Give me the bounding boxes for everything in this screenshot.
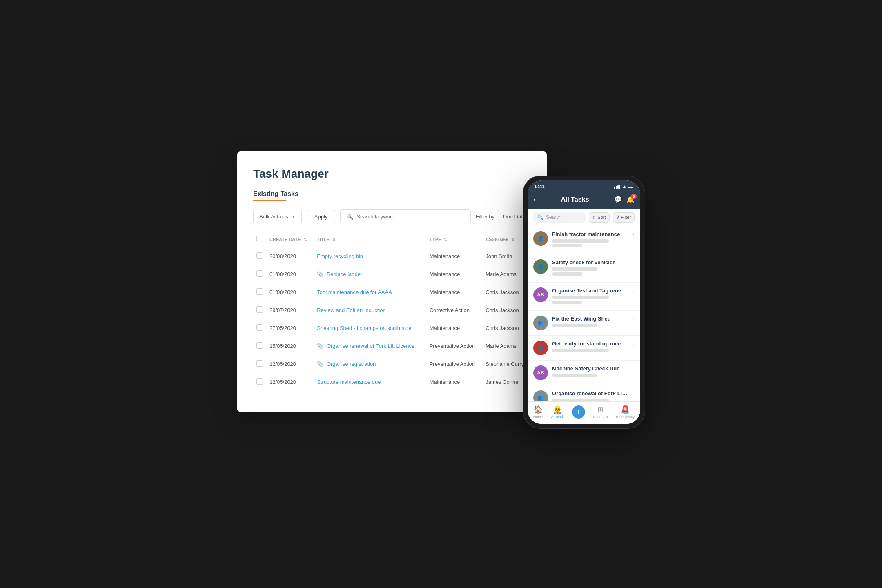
search-input[interactable] xyxy=(356,214,465,220)
priority-icon-2: ↑ xyxy=(632,288,635,295)
nav-icon-4: 🚨 xyxy=(621,405,630,414)
phone-search-placeholder: Search xyxy=(546,214,561,220)
task-avatar-3: 👥 xyxy=(533,316,548,330)
row-checkbox-1[interactable] xyxy=(256,270,263,277)
nav-item-home[interactable]: 🏠 Home xyxy=(533,405,543,419)
header-icons: 💬 🔔 3 xyxy=(614,196,635,203)
priority-icon-4: ↕ xyxy=(632,341,635,348)
cell-title-1[interactable]: 📎 Replace ladder xyxy=(314,265,426,283)
row-checkbox-4[interactable] xyxy=(256,324,263,331)
filter-label: Filter xyxy=(621,215,631,220)
task-content-1: Safety check for vehicles xyxy=(552,259,628,277)
row-checkbox-3[interactable] xyxy=(256,306,263,313)
cell-title-2[interactable]: Tool maintenance due for AAAA xyxy=(314,283,426,301)
mobile-task-item[interactable]: 👤 Finish tractor maintenance ↑ xyxy=(528,226,640,254)
nav-label-0: Home xyxy=(533,415,543,419)
phone-search-bar: 🔍 Search ⇅ Sort ⊼ Filter xyxy=(528,209,640,226)
table-row: 12/05/2020 📎 Organise registration Preve… xyxy=(253,355,531,373)
task-content-6: Organise renewal of Fork Lift Licence fo… xyxy=(552,390,628,401)
nav-icon-3: ⊞ xyxy=(597,405,604,414)
row-checkbox-5[interactable] xyxy=(256,342,263,349)
priority-icon-1: ↑ xyxy=(632,260,635,267)
table-row: 12/05/2020 Structure maintenance due Mai… xyxy=(253,373,531,391)
phone-search-input[interactable]: 🔍 Search xyxy=(533,212,586,223)
mobile-task-list: 👤 Finish tractor maintenance ↑ 👤 Safety … xyxy=(528,226,640,401)
search-box[interactable]: 🔍 xyxy=(340,209,471,223)
mobile-task-item[interactable]: 👥 Organise renewal of Fork Lift Licence … xyxy=(528,385,640,401)
filter-button[interactable]: ⊼ Filter xyxy=(613,212,635,223)
attachment-icon: 📎 xyxy=(317,361,323,367)
back-button[interactable]: ‹ xyxy=(533,195,536,204)
cell-type-4: Maintenance xyxy=(426,319,483,337)
cell-title-6[interactable]: 📎 Organise registration xyxy=(314,355,426,373)
nav-item-add[interactable]: + xyxy=(572,405,585,419)
mobile-task-item[interactable]: 👥 Fix the East Wing Shed ↑ xyxy=(528,311,640,336)
cell-date-1: 01/08/2020 xyxy=(266,265,314,283)
row-checkbox-6[interactable] xyxy=(256,360,263,367)
nav-item-scan-qr[interactable]: ⊞ Scan QR xyxy=(593,405,608,419)
nav-label-1: At Work xyxy=(551,415,564,419)
cell-date-5: 15/05/2020 xyxy=(266,337,314,355)
task-link-0[interactable]: Empty recycling bin xyxy=(317,253,363,259)
section-underline xyxy=(253,200,286,201)
page-title: Task Manager xyxy=(253,167,531,180)
task-link-6[interactable]: Organise registration xyxy=(327,361,376,367)
mobile-task-item[interactable]: 👤 Get ready for stand up meeting ↕ xyxy=(528,336,640,361)
attachment-icon: 📎 xyxy=(317,271,323,277)
sort-button[interactable]: ⇅ Sort xyxy=(589,212,609,223)
cell-title-0[interactable]: Empty recycling bin xyxy=(314,247,426,265)
wifi-icon: ▲ xyxy=(622,184,627,189)
notification-button[interactable]: 🔔 3 xyxy=(626,196,635,203)
status-bar: 9:41 ▲ ▬ xyxy=(528,180,640,192)
task-title-2: Organise Test and Tag renewals xyxy=(552,287,628,294)
task-link-2[interactable]: Tool maintenance due for AAAA xyxy=(317,289,392,295)
task-link-3[interactable]: Review and Edit an Induction xyxy=(317,307,385,313)
task-link-5[interactable]: Organise renewal of Fork Lift Licence xyxy=(327,343,414,349)
task-link-1[interactable]: Replace ladder xyxy=(327,271,362,277)
cell-date-0: 20/08/2020 xyxy=(266,247,314,265)
task-subtitle2-2 xyxy=(552,301,582,304)
nav-item-at-work[interactable]: 👷 At Work xyxy=(551,405,564,419)
cell-title-5[interactable]: 📎 Organise renewal of Fork Lift Licence xyxy=(314,337,426,355)
section-title: Existing Tasks xyxy=(253,190,531,198)
priority-icon-0: ↑ xyxy=(632,232,635,238)
cell-type-6: Preventative Action xyxy=(426,355,483,373)
bulk-actions-label: Bulk Actions xyxy=(259,214,288,220)
chat-icon[interactable]: 💬 xyxy=(614,196,622,203)
task-title-6: Organise renewal of Fork Lift Licence fo… xyxy=(552,390,628,396)
nav-item-emergency[interactable]: 🚨 Emergency xyxy=(616,405,635,419)
phone-search-icon: 🔍 xyxy=(537,214,543,220)
row-checkbox-2[interactable] xyxy=(256,288,263,295)
cell-title-7[interactable]: Structure maintenance due xyxy=(314,373,426,391)
nav-icon-1: 👷 xyxy=(553,405,562,414)
row-checkbox-0[interactable] xyxy=(256,252,263,259)
nav-label-3: Scan QR xyxy=(593,415,608,419)
bulk-actions-button[interactable]: Bulk Actions ▼ xyxy=(253,210,302,223)
table-row: 29/07/2020 Review and Edit an Induction … xyxy=(253,301,531,319)
apply-button[interactable]: Apply xyxy=(307,210,336,223)
cell-title-3[interactable]: Review and Edit an Induction xyxy=(314,301,426,319)
phone-title: All Tasks xyxy=(561,196,589,203)
task-link-4[interactable]: Shearing Shed - fix ramps on south side xyxy=(317,325,411,331)
task-link-7[interactable]: Structure maintenance due xyxy=(317,379,381,385)
task-subtitle-6 xyxy=(552,399,609,401)
dropdown-arrow-icon: ▼ xyxy=(292,214,296,219)
cell-type-3: Corrective Action xyxy=(426,301,483,319)
cell-title-4[interactable]: Shearing Shed - fix ramps on south side xyxy=(314,319,426,337)
select-all-checkbox[interactable] xyxy=(256,236,263,242)
task-title-5: Machine Safety Check Due for Vehicles... xyxy=(552,365,628,372)
task-subtitle-4 xyxy=(552,349,609,352)
task-title-1: Safety check for vehicles xyxy=(552,259,628,265)
phone-bottom-nav: 🏠 Home 👷 At Work + ⊞ Scan QR 🚨 Emergency xyxy=(528,401,640,424)
mobile-task-item[interactable]: 👤 Safety check for vehicles ↑ xyxy=(528,254,640,283)
mobile-task-item[interactable]: AB Organise Test and Tag renewals ↑ xyxy=(528,283,640,311)
attachment-icon: 📎 xyxy=(317,343,323,349)
mobile-task-item[interactable]: AB Machine Safety Check Due for Vehicles… xyxy=(528,361,640,385)
status-time: 9:41 xyxy=(535,184,545,189)
table-row: 15/05/2020 📎 Organise renewal of Fork Li… xyxy=(253,337,531,355)
task-subtitle-5 xyxy=(552,374,597,377)
row-checkbox-7[interactable] xyxy=(256,378,263,385)
task-content-4: Get ready for stand up meeting xyxy=(552,341,628,354)
battery-icon: ▬ xyxy=(628,184,633,189)
cell-date-6: 12/05/2020 xyxy=(266,355,314,373)
